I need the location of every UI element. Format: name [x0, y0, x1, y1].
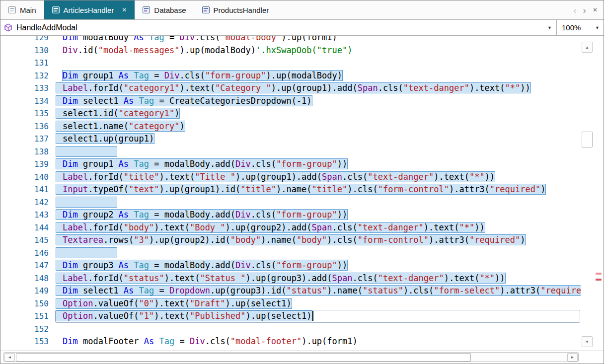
- code-line-141[interactable]: 141Input.typeOf("text").up(group1).id("t…: [0, 183, 581, 196]
- code-lines[interactable]: 129Dim modalBody As Tag = Div.cls("modal…: [0, 36, 581, 348]
- code-line-145[interactable]: 145Textarea.rows("3").up(group2).id("bod…: [0, 234, 581, 247]
- code-line-146[interactable]: 146: [0, 247, 581, 260]
- code-line-152[interactable]: 152: [0, 323, 581, 336]
- error-marker[interactable]: [596, 273, 602, 275]
- line-number[interactable]: 148: [0, 272, 49, 285]
- code-line-131[interactable]: 131: [0, 57, 581, 70]
- sub-selector-dropdown[interactable]: HandleAddModal ▼: [0, 20, 556, 35]
- code-text[interactable]: Option.valueOf("1").text("Published").up…: [56, 310, 313, 323]
- tab-scroll-right-icon[interactable]: ›: [583, 5, 586, 15]
- code-text[interactable]: [56, 247, 117, 260]
- scroll-up-button[interactable]: ▲: [582, 42, 593, 53]
- code-line-153[interactable]: 153Dim modalFooter As Tag = Div.cls("mod…: [0, 335, 581, 348]
- code-text[interactable]: Div.id("modal-messages").up(modalBody)'.…: [56, 44, 352, 57]
- line-number[interactable]: 153: [0, 335, 49, 348]
- code-text[interactable]: [56, 146, 117, 158]
- line-number[interactable]: 137: [0, 133, 49, 146]
- dropdown-arrow-icon[interactable]: ▼: [595, 25, 600, 30]
- code-text[interactable]: Dim group3 As Tag = modalBody.add(Div.cl…: [56, 259, 347, 272]
- line-number[interactable]: 130: [0, 44, 49, 57]
- line-number[interactable]: 132: [0, 70, 49, 82]
- code-text[interactable]: Dim group2 As Tag = modalBody.add(Div.cl…: [56, 209, 347, 221]
- line-number[interactable]: 140: [0, 171, 49, 184]
- line-number[interactable]: 136: [0, 120, 49, 133]
- code-text[interactable]: Dim group1 As Tag = modalBody.add(Div.cl…: [56, 158, 347, 171]
- right-arrow-icon: ►: [571, 355, 575, 360]
- code-line-136[interactable]: 136select1.name("category"): [0, 120, 581, 133]
- vertical-scrollbar-thumb[interactable]: [582, 132, 593, 147]
- code-text[interactable]: Dim modalBody As Tag = Div.cls("modal-bo…: [56, 36, 337, 44]
- code-line-134[interactable]: 134Dim select1 As Tag = CreateCategories…: [0, 95, 581, 108]
- dropdown-arrow-icon[interactable]: ▼: [547, 25, 556, 30]
- code-text[interactable]: Dim group1 As Tag = Div.cls("form-group"…: [56, 70, 342, 82]
- line-number[interactable]: 149: [0, 285, 49, 297]
- code-text[interactable]: Option.valueOf("0").text("Draft").up(sel…: [56, 297, 292, 310]
- code-text[interactable]: Dim modalFooter As Tag = Div.cls("modal-…: [56, 335, 358, 348]
- code-line-140[interactable]: 140Label.forId("title").text("Title ").u…: [0, 171, 581, 184]
- line-number[interactable]: 143: [0, 209, 49, 221]
- code-line-139[interactable]: 139Dim group1 As Tag = modalBody.add(Div…: [0, 158, 581, 171]
- line-number[interactable]: 144: [0, 221, 49, 234]
- code-line-148[interactable]: 148Label.forId("status").text("Status ")…: [0, 272, 581, 285]
- code-text[interactable]: select1.up(group1): [56, 133, 154, 146]
- code-text[interactable]: Dim select1 As Tag = CreateCategoriesDro…: [56, 95, 312, 108]
- code-line-137[interactable]: 137select1.up(group1): [0, 133, 581, 146]
- line-number[interactable]: 138: [0, 146, 49, 158]
- line-number[interactable]: 147: [0, 259, 49, 272]
- code-text[interactable]: [56, 196, 117, 209]
- code-text[interactable]: Label.forId("body").text("Body ").up(gro…: [56, 221, 485, 234]
- line-number[interactable]: 133: [0, 82, 49, 95]
- close-tab-icon[interactable]: ✕: [122, 6, 127, 13]
- horizontal-scrollbar-track[interactable]: ◄ ►: [3, 352, 579, 362]
- horizontal-scrollbar-thumb[interactable]: [16, 353, 471, 362]
- code-line-151[interactable]: 151Option.valueOf("1").text("Published")…: [0, 310, 581, 323]
- code-line-150[interactable]: 150Option.valueOf("0").text("Draft").up(…: [0, 297, 581, 310]
- scroll-right-button[interactable]: ►: [567, 353, 578, 362]
- code-line-138[interactable]: 138: [0, 146, 581, 158]
- line-number[interactable]: 141: [0, 183, 49, 196]
- code-line-135[interactable]: 135select1.id("category1"): [0, 107, 581, 120]
- code-line-133[interactable]: 133Label.forId("category1").text("Catego…: [0, 82, 581, 95]
- line-number[interactable]: 134: [0, 95, 49, 108]
- code-line-147[interactable]: 147Dim group3 As Tag = modalBody.add(Div…: [0, 259, 581, 272]
- line-number[interactable]: 152: [0, 323, 49, 336]
- error-marker[interactable]: [596, 279, 602, 281]
- code-text[interactable]: Label.forId("category1").text("Category …: [56, 82, 530, 95]
- code-text[interactable]: select1.id("category1"): [56, 107, 179, 120]
- code-text[interactable]: Dim select1 As Tag = Dropdown.up(group3)…: [56, 285, 581, 297]
- tab-database[interactable]: Database: [135, 0, 194, 19]
- code-text[interactable]: Input.typeOf("text").up(group1).id("titl…: [56, 183, 545, 196]
- code-line-143[interactable]: 143Dim group2 As Tag = modalBody.add(Div…: [0, 209, 581, 221]
- code-line-144[interactable]: 144Label.forId("body").text("Body ").up(…: [0, 221, 581, 234]
- tab-main[interactable]: Main: [0, 0, 44, 19]
- text-caret: [312, 311, 313, 321]
- scroll-left-button[interactable]: ◄: [4, 353, 15, 362]
- tab-scroll-left-icon[interactable]: ‹: [573, 5, 576, 15]
- code-line-142[interactable]: 142: [0, 196, 581, 209]
- code-text[interactable]: Label.forId("status").text("Status ").up…: [56, 272, 505, 285]
- line-number[interactable]: 131: [0, 57, 49, 70]
- line-number[interactable]: 129: [0, 36, 49, 44]
- code-text[interactable]: Textarea.rows("3").up(group2).id("body")…: [56, 234, 526, 247]
- code-text[interactable]: Label.forId("title").text("Title ").up(g…: [56, 171, 495, 184]
- vertical-scrollbar[interactable]: ▲ ▼: [581, 36, 594, 351]
- line-number[interactable]: 135: [0, 107, 49, 120]
- code-line-149[interactable]: 149Dim select1 As Tag = Dropdown.up(grou…: [0, 285, 581, 297]
- tab-articleshandler[interactable]: ArticlesHandler✕: [44, 0, 135, 19]
- code-text[interactable]: select1.name("category"): [56, 120, 185, 133]
- code-line-130[interactable]: 130Div.id("modal-messages").up(modalBody…: [0, 44, 581, 57]
- code-line-129[interactable]: 129Dim modalBody As Tag = Div.cls("modal…: [0, 36, 581, 44]
- tab-close-icon[interactable]: ✕: [593, 6, 598, 13]
- tab-productshandler[interactable]: ProductsHandler: [194, 0, 277, 19]
- line-number[interactable]: 150: [0, 297, 49, 310]
- line-number[interactable]: 146: [0, 247, 49, 260]
- line-number[interactable]: 145: [0, 234, 49, 247]
- line-number[interactable]: 139: [0, 158, 49, 171]
- line-number[interactable]: 151: [0, 310, 49, 323]
- horizontal-scrollbar[interactable]: ◄ ►: [0, 351, 604, 364]
- line-number[interactable]: 142: [0, 196, 49, 209]
- zoom-dropdown[interactable]: 100% ▼: [556, 20, 604, 35]
- scroll-down-button[interactable]: ▼: [582, 336, 593, 347]
- selection-highlight: [56, 146, 117, 156]
- code-line-132[interactable]: 132Dim group1 As Tag = Div.cls("form-gro…: [0, 70, 581, 82]
